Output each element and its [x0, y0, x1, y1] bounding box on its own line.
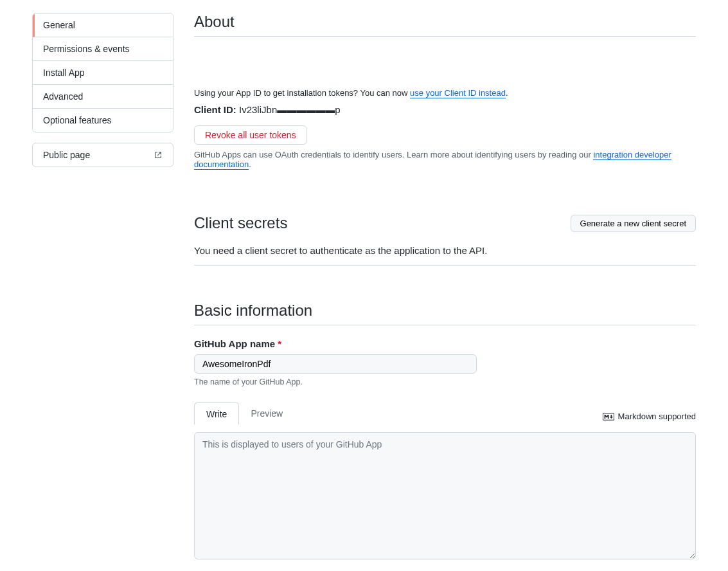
client-id-value: Iv23liJbn▬▬▬▬▬▬p: [239, 104, 341, 115]
generate-client-secret-button[interactable]: Generate a new client secret: [571, 215, 696, 232]
about-heading: About: [194, 13, 696, 37]
app-name-input[interactable]: [194, 354, 477, 374]
client-id-label: Client ID:: [194, 104, 236, 115]
use-client-id-link[interactable]: use your Client ID instead: [410, 88, 506, 98]
sidebar-nav: General Permissions & events Install App…: [32, 13, 173, 132]
sidebar-item-install-app[interactable]: Install App: [33, 61, 173, 85]
public-page-label: Public page: [43, 150, 90, 160]
settings-sidebar: General Permissions & events Install App…: [32, 13, 173, 571]
description-textarea[interactable]: [194, 432, 696, 559]
markdown-supported-hint[interactable]: Markdown supported: [603, 412, 696, 425]
external-link-icon: [154, 150, 163, 159]
required-star: *: [278, 338, 281, 349]
client-id-row: Client ID: Iv23liJbn▬▬▬▬▬▬p: [194, 104, 696, 115]
editor-tabs: Write Preview: [194, 402, 294, 425]
markdown-icon: [603, 413, 614, 421]
client-secrets-heading: Client secrets: [194, 214, 287, 232]
sidebar-item-permissions-events[interactable]: Permissions & events: [33, 37, 173, 61]
app-name-label: GitHub App name *: [194, 338, 696, 349]
revoke-tokens-button[interactable]: Revoke all user tokens: [194, 125, 307, 145]
main-content: About Using your App ID to get installat…: [194, 13, 696, 571]
client-secrets-description: You need a client secret to authenticate…: [194, 245, 696, 256]
tab-preview[interactable]: Preview: [239, 402, 294, 425]
sidebar-item-advanced[interactable]: Advanced: [33, 85, 173, 109]
public-page-link[interactable]: Public page: [32, 143, 173, 167]
basic-info-heading: Basic information: [194, 302, 696, 325]
app-name-help: The name of your GitHub App.: [194, 377, 696, 386]
token-notice: Using your App ID to get installation to…: [194, 88, 696, 98]
tab-write[interactable]: Write: [194, 402, 239, 425]
sidebar-item-general[interactable]: General: [33, 14, 173, 37]
oauth-help-text: GitHub Apps can use OAuth credentials to…: [194, 150, 696, 169]
sidebar-item-optional-features[interactable]: Optional features: [33, 109, 173, 132]
